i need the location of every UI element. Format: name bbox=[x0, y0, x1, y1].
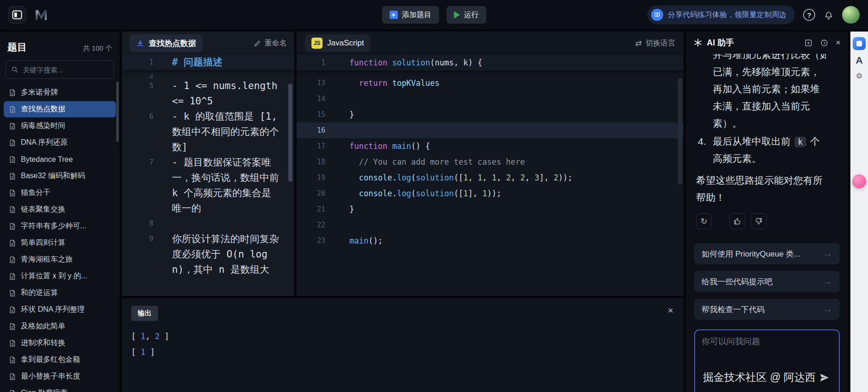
run-button[interactable]: 运行 bbox=[446, 6, 486, 24]
sidebar-item[interactable]: 字符串有多少种可... bbox=[4, 218, 116, 234]
sidebar-item[interactable]: 简单四则计算 bbox=[4, 235, 116, 251]
share-banner[interactable]: 分享代码练习体验，领限量定制周边 bbox=[647, 6, 795, 24]
notifications-icon[interactable] bbox=[824, 10, 834, 20]
output-line: [ 1 ] bbox=[131, 344, 674, 360]
switch-language-label: 切换语言 bbox=[646, 39, 675, 48]
document-icon bbox=[8, 306, 16, 314]
code-line bbox=[297, 71, 684, 75]
sidebar-item[interactable]: Base32 编码和解码 bbox=[4, 168, 116, 184]
regenerate-button[interactable]: ↻ bbox=[696, 213, 712, 229]
code-editor-panel: JS JavaScript ⇄ 切换语言 1function solution(… bbox=[297, 32, 684, 296]
ai-header-icons: × bbox=[804, 38, 841, 48]
line-number bbox=[297, 71, 337, 75]
sidebar-item[interactable]: 链表聚集交换 bbox=[4, 201, 116, 218]
ai-list-item: 4. 最后从堆中取出前 k 个高频元素。 bbox=[696, 133, 826, 167]
line-number: 23 bbox=[297, 233, 337, 249]
ai-closing-text: 希望这些思路提示能对您有所帮助！ bbox=[696, 172, 826, 206]
sidebar-item-label: 链表聚集交换 bbox=[21, 205, 65, 214]
editor-scrollbar[interactable] bbox=[678, 78, 682, 185]
document-icon bbox=[8, 206, 16, 214]
ai-suggestion-chip[interactable]: 帮我检查一下代码→ bbox=[694, 299, 840, 320]
ai-suggestion-chip[interactable]: 如何使用 PriorityQueue 类...→ bbox=[694, 243, 840, 264]
markdown-line: 8 bbox=[122, 216, 294, 231]
book-icon bbox=[651, 9, 663, 21]
sidebar-item[interactable]: 青海湖租车之旅 bbox=[4, 251, 116, 268]
sidebar-item[interactable]: 及格如此简单 bbox=[4, 318, 116, 334]
sidebar-item[interactable]: 病毒感染时间 bbox=[4, 118, 116, 134]
sidebar-item-label: 病毒感染时间 bbox=[21, 121, 65, 131]
sidebar-item[interactable]: Bytedance Tree bbox=[4, 151, 116, 167]
thumbs-up-button[interactable] bbox=[729, 213, 745, 229]
code-line: 21} bbox=[297, 201, 684, 217]
js-icon: JS bbox=[311, 38, 323, 49]
problem-count: 共 100 个 bbox=[83, 44, 112, 53]
m-logo-icon bbox=[33, 8, 49, 22]
markdown-line: 7- 题目数据保证答案唯一，换句话说，数组中前 k 个高频元素的集合是唯一的 bbox=[122, 155, 294, 216]
document-icon bbox=[8, 239, 16, 247]
swap-arrows-icon: ⇄ bbox=[635, 39, 642, 48]
problem-header: 查找热点数据 重命名 bbox=[122, 32, 294, 55]
ai-suggestion-chip[interactable]: 给我一些代码提示吧→ bbox=[694, 271, 840, 292]
thumbs-down-icon bbox=[754, 217, 763, 225]
ai-input-box[interactable]: 你可以问我问题 bbox=[694, 329, 840, 392]
problem-scrollbar[interactable] bbox=[288, 84, 292, 182]
help-icon[interactable]: ? bbox=[803, 9, 815, 21]
output-content: [ 1, 2 ][ 1 ] bbox=[131, 328, 674, 360]
search-input[interactable] bbox=[6, 60, 114, 79]
history-icon[interactable] bbox=[820, 39, 829, 47]
marscode-logo[interactable] bbox=[33, 8, 49, 22]
line-number: 5 bbox=[122, 78, 153, 94]
problem-description[interactable]: 1# 问题描述45- 1 <= nums.length <= 10^56- k … bbox=[122, 55, 294, 277]
document-icon bbox=[8, 155, 16, 164]
extension-blue-icon[interactable] bbox=[853, 37, 866, 50]
extension-a-icon[interactable]: A bbox=[850, 55, 868, 66]
sidebar-item[interactable]: 环状 DNA 序列整理 bbox=[4, 302, 116, 318]
sidebar-item[interactable]: 进制求和转换 bbox=[4, 335, 116, 351]
code-area[interactable]: 1function solution(nums, k) {13 return t… bbox=[297, 55, 684, 249]
extension-pink-icon[interactable] bbox=[852, 174, 866, 188]
line-number: 6 bbox=[122, 109, 153, 124]
sidebar-item[interactable]: 拿到最多红包金额 bbox=[4, 352, 116, 368]
add-problem-label: 添加题目 bbox=[402, 10, 431, 20]
plus-icon: + bbox=[389, 11, 398, 19]
user-avatar[interactable] bbox=[842, 6, 860, 24]
code-line: 20 console.log(solution([1], 1)); bbox=[297, 186, 684, 201]
play-icon bbox=[454, 11, 460, 19]
switch-language-button[interactable]: ⇄ 切换语言 bbox=[635, 39, 675, 48]
sidebar-item[interactable]: 猫鱼分干 bbox=[4, 185, 116, 201]
ai-paragraph: 已满，先移除堆顶元素，再加入当前元素；如果堆未满，直接加入当前元素）。 bbox=[696, 63, 826, 132]
sidebar-item[interactable]: 多米诺骨牌 bbox=[4, 84, 116, 101]
add-problem-button[interactable]: + 添加题目 bbox=[382, 6, 439, 24]
output-close-icon[interactable]: × bbox=[668, 305, 673, 316]
thumbs-down-button[interactable] bbox=[751, 213, 767, 229]
language-tab[interactable]: JS JavaScript bbox=[305, 34, 370, 52]
sidebar-item[interactable]: 查找热点数据 bbox=[4, 101, 116, 117]
document-icon bbox=[8, 389, 16, 392]
sidebar-item-label: Bytedance Tree bbox=[21, 155, 73, 164]
sidebar-item-label: 进制求和转换 bbox=[21, 338, 65, 348]
search-icon bbox=[11, 65, 19, 76]
suggestion-label: 如何使用 PriorityQueue 类... bbox=[702, 249, 800, 259]
document-icon bbox=[8, 189, 16, 197]
sidebar-item[interactable]: 最小替换子串长度 bbox=[4, 368, 116, 385]
line-number: 22 bbox=[297, 217, 337, 233]
problem-title-button[interactable]: 查找热点数据 bbox=[129, 34, 203, 52]
line-number: 1 bbox=[297, 55, 337, 71]
document-icon bbox=[8, 256, 16, 264]
sidebar-item[interactable]: Cion 勘察病毒 bbox=[4, 385, 116, 392]
sidebar-item[interactable]: 和的逆运算 bbox=[4, 285, 116, 301]
extension-gear-icon[interactable]: ⚙ bbox=[850, 71, 868, 80]
sidebar-scrollbar[interactable] bbox=[116, 82, 119, 142]
sidebar-item[interactable]: 计算位置 x 到 y 的... bbox=[4, 268, 116, 284]
close-icon[interactable]: × bbox=[836, 38, 841, 48]
sidebar-item-label: 和的逆运算 bbox=[21, 288, 58, 298]
problem-title-label: 查找热点数据 bbox=[149, 38, 196, 49]
pencil-icon bbox=[253, 39, 261, 47]
new-chat-icon[interactable] bbox=[804, 39, 813, 47]
app-logo[interactable] bbox=[8, 6, 26, 24]
center-column: 查找热点数据 重命名 1# 问题描述45- 1 <= nums.length <… bbox=[122, 32, 684, 392]
line-number: 14 bbox=[297, 91, 337, 107]
markdown-line: 5- 1 <= nums.length <= 10^5 bbox=[122, 78, 294, 109]
sidebar-item[interactable]: DNA 序列还原 bbox=[4, 135, 116, 151]
rename-button[interactable]: 重命名 bbox=[253, 39, 287, 48]
